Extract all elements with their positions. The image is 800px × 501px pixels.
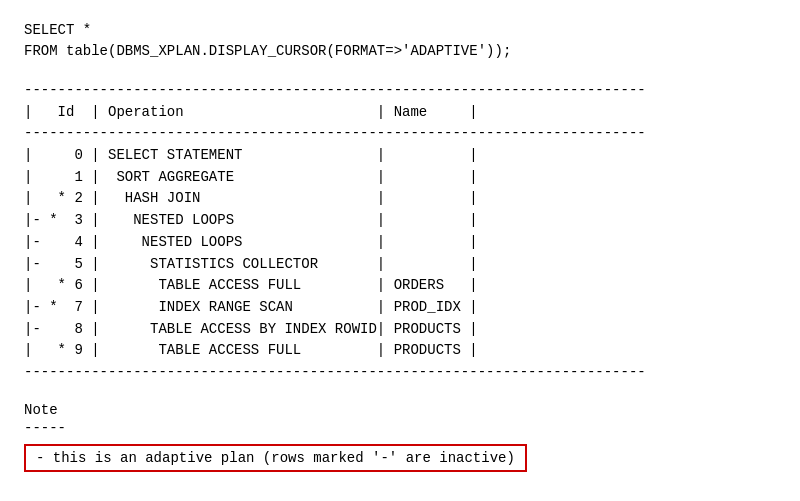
table-row: | 0 | SELECT STATEMENT | |: [24, 145, 776, 167]
note-text: - this is an adaptive plan (rows marked …: [36, 450, 515, 466]
table-row: | 1 | SORT AGGREGATE | |: [24, 167, 776, 189]
note-box: - this is an adaptive plan (rows marked …: [24, 444, 527, 472]
table-row: | * 6 | TABLE ACCESS FULL | ORDERS |: [24, 275, 776, 297]
execution-plan-table: ----------------------------------------…: [24, 80, 776, 384]
note-section: Note ----- - this is an adaptive plan (r…: [24, 402, 776, 472]
table-separator-bottom: ----------------------------------------…: [24, 362, 776, 384]
table-row: |- 5 | STATISTICS COLLECTOR | |: [24, 254, 776, 276]
sql-block: SELECT * FROM table(DBMS_XPLAN.DISPLAY_C…: [24, 20, 776, 62]
table-separator-top: ----------------------------------------…: [24, 80, 776, 102]
table-row: | * 2 | HASH JOIN | |: [24, 188, 776, 210]
table-row: |- 8 | TABLE ACCESS BY INDEX ROWID| PROD…: [24, 319, 776, 341]
table-row: |- 4 | NESTED LOOPS | |: [24, 232, 776, 254]
sql-line-2: FROM table(DBMS_XPLAN.DISPLAY_CURSOR(FOR…: [24, 41, 776, 62]
note-dashes: -----: [24, 420, 776, 436]
note-title: Note: [24, 402, 776, 418]
table-header: | Id | Operation | Name |: [24, 102, 776, 124]
table-separator-header: ----------------------------------------…: [24, 123, 776, 145]
table-row: |- * 3 | NESTED LOOPS | |: [24, 210, 776, 232]
table-row: |- * 7 | INDEX RANGE SCAN | PROD_IDX |: [24, 297, 776, 319]
table-row: | * 9 | TABLE ACCESS FULL | PRODUCTS |: [24, 340, 776, 362]
sql-line-1: SELECT *: [24, 20, 776, 41]
